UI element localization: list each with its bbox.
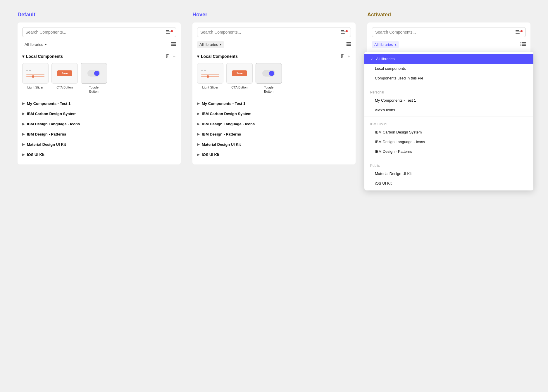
components-grid-default: ●● Light Slider Save CTA Button	[22, 63, 176, 94]
lib-item-ibm-design-patterns-hover[interactable]: ▶ IBM Design - Patterns	[197, 129, 351, 139]
svg-rect-0	[166, 30, 169, 31]
dropdown-item-ibm-design-icons[interactable]: IBM Design Language - Icons	[364, 137, 533, 147]
chevron-right-icon: ▶	[22, 153, 25, 157]
add-button-hover[interactable]: +	[347, 53, 351, 60]
component-thumb-cta-button[interactable]: Save CTA Button	[51, 63, 78, 94]
thumb-light-slider-hover: ●●	[197, 63, 223, 84]
lib-item-material-design[interactable]: ▶ Material Design UI Kit	[22, 139, 176, 150]
search-input-activated[interactable]	[375, 30, 516, 34]
chevron-right-icon: ▶	[197, 153, 199, 157]
notification-dot	[346, 30, 348, 32]
search-bar-hover	[197, 27, 351, 37]
lib-item-ios-ui-kit[interactable]: ▶ iOS UI Kit	[22, 150, 176, 160]
thumb-label-toggle-hover: ToggleButton	[264, 85, 273, 94]
filter-bars-icon	[341, 30, 346, 34]
search-bar-activated	[372, 27, 526, 37]
lib-item-ibm-design-icons[interactable]: ▶ IBM Design Language - Icons	[22, 119, 176, 129]
svg-rect-14	[346, 42, 347, 43]
state-label-hover: Hover	[192, 12, 356, 18]
toggle-visual	[87, 70, 100, 77]
list-view-icon-activated[interactable]	[521, 42, 526, 47]
svg-rect-30	[522, 45, 526, 46]
cta-btn-visual: Save	[57, 70, 72, 76]
svg-rect-22	[516, 30, 519, 31]
all-libraries-label: All libraries	[199, 42, 218, 47]
component-thumb-cta-hover[interactable]: Save CTA Button	[226, 63, 253, 94]
lib-item-my-components-hover[interactable]: ▶ My Components - Test 1	[197, 98, 351, 109]
lib-item-my-components[interactable]: ▶ My Components - Test 1	[22, 98, 176, 109]
sort-button[interactable]	[165, 53, 170, 60]
component-thumb-light-slider-hover[interactable]: ●● Light Slider	[197, 63, 223, 94]
lib-item-ibm-carbon[interactable]: ▶ IBM Carbon Design System	[22, 109, 176, 119]
state-label-activated: Activated	[367, 12, 530, 18]
add-button[interactable]: +	[172, 53, 176, 60]
dropdown-item-my-components[interactable]: My Components - Test 1	[364, 96, 533, 105]
filter-icon-hover[interactable]	[341, 30, 348, 34]
component-thumb-light-slider[interactable]: ●● Light Slider	[22, 63, 49, 94]
thumb-cta-hover: Save	[226, 63, 253, 84]
thumb-label-toggle: ToggleButton	[89, 85, 99, 94]
svg-rect-12	[341, 32, 346, 32]
lib-item-label: IBM Carbon Design System	[202, 112, 251, 116]
dropdown-item-material-design[interactable]: Material Design UI Kit	[364, 169, 533, 178]
local-components-header: ▾ Local Components +	[22, 53, 176, 60]
component-thumb-toggle-hover[interactable]: ToggleButton	[256, 63, 282, 94]
lib-item-label: IBM Carbon Design System	[27, 112, 77, 116]
dropdown-label: Alex's Icons	[375, 108, 395, 112]
lib-item-ibm-design-patterns[interactable]: ▶ IBM Design - Patterns	[22, 129, 176, 139]
activated-panel: All libraries ▴	[367, 22, 530, 185]
lib-item-label: IBM Design - Patterns	[202, 132, 241, 136]
section-label-personal: Personal	[364, 87, 533, 96]
all-libraries-selector-activated[interactable]: All libraries ▴	[372, 41, 399, 48]
chevron-right-icon: ▶	[197, 122, 199, 126]
dropdown-item-alexs-icons[interactable]: Alex's Icons	[364, 105, 533, 115]
svg-rect-15	[347, 42, 351, 43]
lib-item-label: Material Design UI Kit	[202, 142, 241, 147]
dropdown-item-ios-ui-kit-dropdown[interactable]: iOS UI Kit	[364, 178, 533, 188]
divider	[364, 158, 533, 158]
chevron-right-icon: ▶	[22, 112, 25, 116]
svg-rect-11	[341, 30, 344, 31]
list-view-icon[interactable]	[346, 42, 351, 47]
dropdown-label: iOS UI Kit	[375, 181, 392, 185]
search-input-default[interactable]	[25, 30, 166, 34]
notification-dot-activated	[521, 30, 523, 32]
svg-rect-25	[521, 42, 521, 43]
list-view-icon[interactable]	[171, 42, 176, 47]
filter-bars-icon	[166, 30, 171, 34]
dropdown-item-ibm-design-patterns[interactable]: IBM Design - Patterns	[364, 147, 533, 156]
library-list-default: ▶ My Components - Test 1 ▶ IBM Carbon De…	[22, 98, 176, 160]
lib-item-label: My Components - Test 1	[202, 101, 245, 106]
chevron-right-icon: ▶	[22, 122, 25, 126]
dropdown-label: IBM Design Language - Icons	[375, 140, 425, 144]
local-components-title[interactable]: ▾ Local Components	[22, 54, 63, 59]
lib-item-label: iOS UI Kit	[27, 152, 44, 157]
state-label-default: Default	[18, 12, 181, 18]
chevron-right-icon: ▶	[22, 102, 25, 105]
dropdown-item-components-used[interactable]: Components used in this Pie	[364, 73, 533, 83]
local-components-title-hover[interactable]: ▾ Local Components	[197, 54, 238, 59]
filter-icon-default[interactable]	[166, 30, 173, 34]
all-libraries-selector-hover[interactable]: All libraries ▾	[197, 41, 224, 48]
toggle-knob	[94, 71, 99, 76]
sort-button-hover[interactable]	[340, 53, 345, 60]
svg-rect-24	[516, 33, 520, 34]
svg-rect-4	[172, 42, 176, 43]
lib-item-ibm-design-icons-hover[interactable]: ▶ IBM Design Language - Icons	[197, 119, 351, 129]
dropdown-label: My Components - Test 1	[375, 98, 416, 103]
dropdown-item-local-components[interactable]: Local components	[364, 64, 533, 73]
lib-item-material-design-hover[interactable]: ▶ Material Design UI Kit	[197, 139, 351, 150]
all-libraries-selector-default[interactable]: All libraries ▾	[22, 41, 49, 48]
dropdown-label: IBM Carbon Design System	[375, 130, 422, 134]
hover-panel: All libraries ▾	[192, 22, 356, 164]
dropdown-item-ibm-carbon[interactable]: IBM Carbon Design System	[364, 127, 533, 137]
lib-item-label: IBM Design - Patterns	[27, 132, 66, 136]
filter-icon-activated[interactable]	[516, 30, 523, 34]
lib-item-ibm-carbon-hover[interactable]: ▶ IBM Carbon Design System	[197, 109, 351, 119]
search-input-hover[interactable]	[200, 30, 341, 34]
lib-item-ios-ui-kit-hover[interactable]: ▶ iOS UI Kit	[197, 150, 351, 160]
search-bar-default	[22, 27, 176, 37]
lib-item-label: iOS UI Kit	[202, 152, 219, 157]
dropdown-item-all-libraries[interactable]: ✓ All libraries	[364, 54, 533, 64]
component-thumb-toggle[interactable]: ToggleButton	[81, 63, 107, 94]
